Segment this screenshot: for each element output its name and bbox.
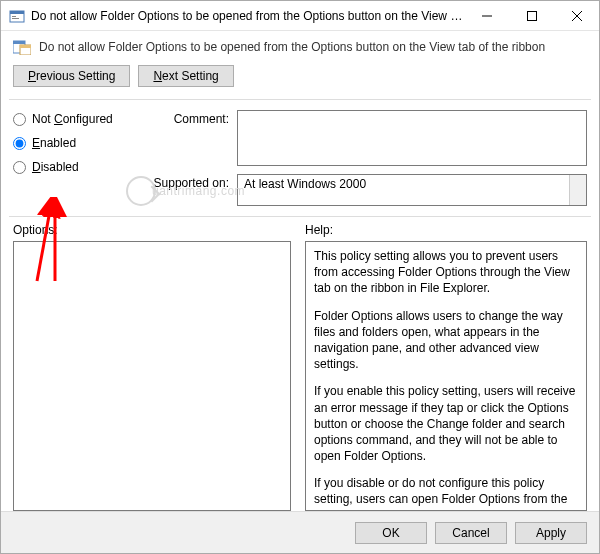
svg-rect-11 (20, 45, 31, 48)
previous-setting-button[interactable]: Previous Setting (13, 65, 130, 87)
comment-label: Comment: (149, 110, 229, 126)
help-paragraph: This policy setting allows you to preven… (314, 248, 578, 297)
help-paragraph: If you disable or do not configure this … (314, 475, 578, 511)
next-setting-button[interactable]: Next Setting (138, 65, 233, 87)
supported-box: At least Windows 2000 (237, 174, 587, 206)
help-paragraph: Folder Options allows users to change th… (314, 308, 578, 373)
options-label: Options: (13, 223, 291, 237)
help-box: This policy setting allows you to preven… (305, 241, 587, 511)
app-icon (9, 8, 25, 24)
disabled-radio[interactable] (13, 161, 26, 174)
comment-input[interactable] (237, 110, 587, 166)
supported-value: At least Windows 2000 (244, 177, 366, 191)
disabled-label[interactable]: Disabled (32, 160, 79, 174)
svg-rect-5 (527, 11, 536, 20)
not-configured-radio[interactable] (13, 113, 26, 126)
help-label: Help: (305, 223, 587, 237)
svg-rect-9 (13, 41, 25, 44)
svg-rect-2 (12, 16, 16, 17)
supported-label: Supported on: (149, 174, 229, 190)
apply-button[interactable]: Apply (515, 522, 587, 544)
not-configured-label[interactable]: Not Configured (32, 112, 113, 126)
window-title: Do not allow Folder Options to be opened… (31, 9, 464, 23)
svg-rect-1 (10, 11, 24, 14)
policy-title: Do not allow Folder Options to be opened… (39, 40, 545, 54)
policy-icon (13, 39, 31, 55)
options-box (13, 241, 291, 511)
ok-button[interactable]: OK (355, 522, 427, 544)
svg-rect-3 (12, 18, 19, 19)
enabled-label[interactable]: Enabled (32, 136, 76, 150)
minimize-button[interactable] (464, 1, 509, 30)
maximize-button[interactable] (509, 1, 554, 30)
help-paragraph: If you enable this policy setting, users… (314, 383, 578, 464)
enabled-radio[interactable] (13, 137, 26, 150)
close-button[interactable] (554, 1, 599, 30)
cancel-button[interactable]: Cancel (435, 522, 507, 544)
